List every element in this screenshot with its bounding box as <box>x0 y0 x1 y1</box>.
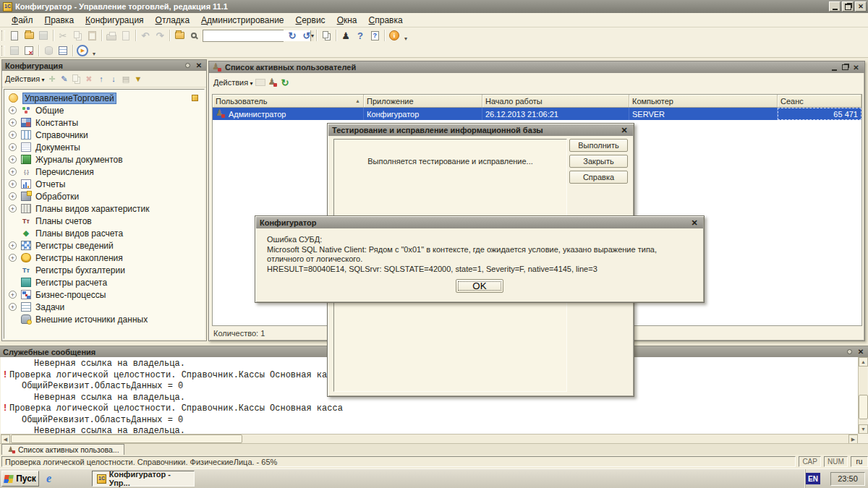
tree-item[interactable]: Задачи <box>4 301 204 313</box>
open-icon[interactable] <box>22 29 36 42</box>
scrollbar-thumb[interactable] <box>11 435 242 443</box>
minimize-window-icon[interactable] <box>829 63 840 72</box>
close-window-icon[interactable] <box>851 63 861 72</box>
tree-item[interactable]: Документы <box>4 141 204 153</box>
copy-icon[interactable] <box>70 29 85 42</box>
column-start-time[interactable]: Начало работы <box>482 95 629 107</box>
tree-item[interactable]: Бизнес-процессы <box>4 288 204 301</box>
scroll-up-icon[interactable] <box>859 357 868 367</box>
expand-icon[interactable] <box>9 143 17 151</box>
scrollbar-thumb[interactable] <box>859 395 868 419</box>
sort-icon[interactable]: ▤ <box>119 73 132 85</box>
expand-icon[interactable] <box>9 168 17 176</box>
tree-item[interactable]: Справочники <box>4 129 204 141</box>
find-icon[interactable] <box>187 29 201 42</box>
tree-item[interactable]: Планы видов расчета <box>4 227 204 239</box>
close-button[interactable]: Закрыть <box>569 155 628 168</box>
pin-icon[interactable] <box>185 63 190 68</box>
tree-item[interactable]: Журналы документов <box>4 153 204 166</box>
message-line[interactable]: Неверная ссылка на владельца. <box>1 426 858 434</box>
tree-item[interactable]: Перечисления <box>4 166 204 178</box>
close-dialog-icon[interactable] <box>689 218 699 228</box>
pin-icon[interactable] <box>847 349 852 354</box>
restore-window-icon[interactable] <box>840 63 851 72</box>
tree-item[interactable]: Отчеты <box>4 178 204 190</box>
delete-icon[interactable]: ✖ <box>82 73 95 85</box>
scroll-down-icon[interactable] <box>859 424 868 434</box>
tree-item[interactable]: Планы видов характеристик <box>4 202 204 215</box>
copy-windows-icon[interactable] <box>319 29 333 42</box>
add-icon[interactable]: ✚ <box>46 73 58 85</box>
expand-icon[interactable] <box>9 180 17 188</box>
print-icon[interactable] <box>104 29 119 42</box>
close-panel-icon[interactable] <box>195 61 203 69</box>
message-line[interactable]: !Проверка логической целостности. Справо… <box>1 403 858 415</box>
tree-item[interactable]: Обработки <box>4 190 204 202</box>
tree-item[interactable]: Регистры расчета <box>4 276 204 288</box>
actions-menu-button[interactable]: Действия <box>5 74 44 83</box>
save-icon[interactable] <box>36 29 51 42</box>
update-db-configuration-icon[interactable] <box>22 44 36 57</box>
tray-language-indicator[interactable]: EN <box>806 473 820 484</box>
toolbar-grip[interactable] <box>1 46 5 56</box>
cut-icon[interactable]: ✂ <box>56 29 70 42</box>
close-panel-icon[interactable] <box>856 348 865 356</box>
copy-item-icon[interactable] <box>70 73 82 85</box>
column-application[interactable]: Приложение <box>364 95 482 107</box>
redo-icon[interactable]: ↷ <box>153 29 167 42</box>
help-button[interactable]: Справка <box>569 171 628 184</box>
filter-icon[interactable]: ▼ <box>132 73 144 85</box>
expand-icon[interactable] <box>9 254 17 262</box>
table-icon[interactable] <box>56 44 70 57</box>
expand-icon[interactable] <box>9 192 17 200</box>
column-user[interactable]: Пользователь <box>213 95 364 107</box>
menu-administration[interactable]: Администрирование <box>195 14 289 27</box>
minimize-button[interactable] <box>829 1 841 12</box>
column-computer[interactable]: Компьютер <box>629 95 778 107</box>
find-in-files-icon[interactable] <box>172 29 187 42</box>
horizontal-scrollbar[interactable] <box>1 434 858 443</box>
tree-item[interactable]: Планы счетов <box>4 215 204 227</box>
task-button-configurator[interactable]: Конфигуратор - Упр... <box>92 471 195 487</box>
toolbar-overflow-icon[interactable] <box>401 29 410 42</box>
about-icon[interactable] <box>387 29 401 42</box>
menu-help[interactable]: Справка <box>363 14 409 27</box>
expand-icon[interactable] <box>9 303 17 311</box>
move-up-icon[interactable]: ↑ <box>95 73 107 85</box>
tab-active-users[interactable]: Список активных пользова... <box>1 444 124 455</box>
message-line[interactable]: ОбщийРеквизит.ОбластьДанных = 0 <box>1 415 858 427</box>
tree-item[interactable]: Регистры сведений <box>4 239 204 252</box>
run-button[interactable]: Выполнить <box>569 139 628 152</box>
user-info-icon[interactable] <box>266 77 278 88</box>
tree-item-root[interactable]: УправлениеТорговлей <box>4 92 204 104</box>
language-indicator[interactable]: ru <box>851 456 868 467</box>
find-previous-icon[interactable]: ↺ <box>299 29 314 42</box>
toolbar-grip[interactable] <box>1 30 5 40</box>
table-row[interactable]: Администратор Конфигуратор 26.12.2013 21… <box>213 108 861 120</box>
actions-menu-button[interactable]: Действия <box>213 78 252 87</box>
help-index-icon[interactable]: ? <box>353 29 367 42</box>
save-configuration-icon[interactable] <box>7 44 22 57</box>
edit-icon[interactable]: ✎ <box>58 73 70 85</box>
expand-icon[interactable] <box>9 155 17 163</box>
internet-explorer-icon[interactable]: e <box>46 472 51 485</box>
close-button[interactable] <box>855 1 867 12</box>
menu-file[interactable]: Файл <box>6 14 39 27</box>
monitor-icon[interactable] <box>254 77 266 88</box>
close-dialog-icon[interactable] <box>619 126 629 135</box>
restore-button[interactable] <box>842 1 854 12</box>
menu-windows[interactable]: Окна <box>331 14 363 27</box>
database-icon[interactable] <box>41 44 56 57</box>
menu-tools[interactable]: Сервис <box>290 14 331 27</box>
search-combobox[interactable] <box>203 30 284 42</box>
tree-item[interactable]: Регистры накопления <box>4 252 204 264</box>
expand-icon[interactable] <box>9 291 17 299</box>
refresh-icon[interactable] <box>278 77 291 88</box>
menu-edit[interactable]: Правка <box>39 14 80 27</box>
menu-debug[interactable]: Отладка <box>150 14 195 27</box>
toolbar-overflow-icon[interactable] <box>90 44 98 57</box>
tree-item[interactable]: Общие <box>4 104 204 116</box>
tree-item[interactable]: Внешние источники данных <box>4 313 204 325</box>
move-down-icon[interactable]: ↓ <box>107 73 119 85</box>
start-button[interactable]: Пуск <box>1 471 39 487</box>
